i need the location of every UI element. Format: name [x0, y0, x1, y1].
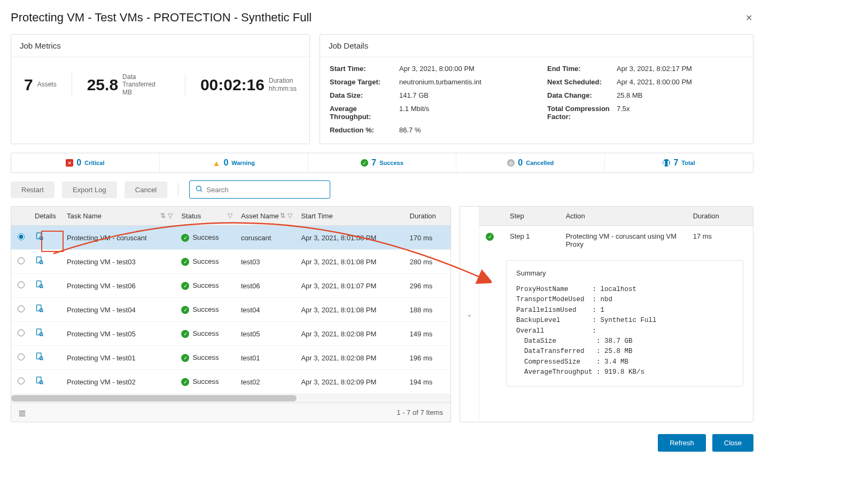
- table-row[interactable]: Protecting VM - test05✓Successtest05Apr …: [11, 322, 450, 346]
- filter-total[interactable]: ❚❚ 7 Total: [605, 153, 753, 172]
- success-icon: ✓: [361, 159, 368, 167]
- separator: [178, 183, 178, 196]
- table-row[interactable]: Protecting VM - test03✓Successtest03Apr …: [11, 250, 450, 274]
- col-task-label: Task Name: [67, 212, 102, 220]
- start-time: Apr 3, 2021, 8:02:08 PM: [297, 346, 405, 370]
- filter-icon[interactable]: ▽: [287, 212, 292, 219]
- details-icon[interactable]: [35, 257, 44, 267]
- task-name: Protecting VM - test01: [63, 346, 177, 370]
- expand-toggle[interactable]: ⌄: [460, 207, 479, 422]
- asset-name: test06: [237, 274, 297, 298]
- table-row[interactable]: Protecting VM - test01✓Successtest01Apr …: [11, 346, 450, 370]
- page-title: Protecting VM - Test VMs - PROTECTION - …: [11, 11, 753, 25]
- close-button[interactable]: Close: [712, 434, 753, 452]
- pagination-text: 1 - 7 of 7 Items: [397, 408, 443, 416]
- start-time-value: Apr 3, 2021, 8:00:00 PM: [399, 65, 475, 73]
- columns-icon[interactable]: ▥: [19, 408, 26, 417]
- total-icon: ❚❚: [663, 159, 670, 167]
- details-icon[interactable]: [35, 329, 44, 339]
- restart-button[interactable]: Restart: [11, 182, 55, 198]
- total-count: 7: [673, 158, 678, 168]
- success-icon: ✓: [181, 378, 189, 386]
- row-radio[interactable]: [18, 305, 25, 312]
- data-transferred-label: Data Transferred MB: [122, 73, 170, 96]
- filter-cancelled[interactable]: ⊘ 0 Cancelled: [456, 153, 605, 172]
- data-transferred-value: 25.8: [87, 76, 118, 94]
- col-action[interactable]: Action: [559, 207, 687, 226]
- horizontal-scrollbar[interactable]: [11, 394, 450, 403]
- col-step-duration[interactable]: Duration: [687, 207, 753, 226]
- col-start[interactable]: Start Time: [297, 207, 405, 226]
- task-name: Protecting VM - test05: [63, 322, 177, 346]
- success-icon: ✓: [486, 233, 494, 241]
- row-radio[interactable]: [18, 233, 25, 240]
- tasks-table: Details Task Name⇅▽ Status▽ Asset Name⇅▽…: [11, 207, 450, 394]
- close-icon[interactable]: ✕: [745, 13, 752, 23]
- start-time: Apr 3, 2021, 8:01:08 PM: [297, 250, 405, 274]
- sort-icon[interactable]: ⇅: [280, 212, 285, 219]
- summary-title: Summary: [516, 269, 733, 277]
- job-details-header: Job Details: [320, 35, 753, 57]
- cancelled-count: 0: [518, 158, 523, 168]
- start-time: Apr 3, 2021, 8:01:08 PM: [297, 226, 405, 250]
- status-cell: ✓Success: [177, 274, 237, 298]
- duration: 188 ms: [406, 298, 450, 322]
- details-icon[interactable]: [35, 305, 44, 315]
- row-radio[interactable]: [18, 353, 25, 360]
- row-radio[interactable]: [18, 329, 25, 336]
- row-radio[interactable]: [18, 281, 25, 288]
- details-icon[interactable]: [35, 281, 44, 291]
- success-count: 7: [371, 158, 376, 168]
- tasks-table-panel: Details Task Name⇅▽ Status▽ Asset Name⇅▽…: [11, 206, 451, 422]
- task-name: Protecting VM - test04: [63, 298, 177, 322]
- col-step[interactable]: Step: [503, 207, 559, 226]
- step-row[interactable]: ✓ Step 1 Protecting VM - coruscant using…: [479, 226, 753, 255]
- data-change-label: Data Change:: [547, 91, 617, 99]
- status-cell: ✓Success: [177, 250, 237, 274]
- col-task[interactable]: Task Name⇅▽: [63, 207, 177, 226]
- row-radio[interactable]: [18, 377, 25, 384]
- job-metrics-card: Job Metrics 7 Assets 25.8 Data Transferr…: [11, 34, 310, 144]
- row-radio[interactable]: [18, 257, 25, 264]
- details-icon[interactable]: [35, 353, 44, 363]
- data-size-value: 141.7 GB: [399, 91, 429, 99]
- svg-line-7: [42, 263, 43, 264]
- status-cell: ✓Success: [177, 226, 237, 250]
- asset-name: test03: [237, 250, 297, 274]
- search-input[interactable]: [206, 186, 324, 194]
- avg-throughput-label: Average Throughput:: [330, 105, 399, 121]
- sort-icon[interactable]: ⇅: [160, 212, 166, 219]
- job-metrics-header: Job Metrics: [11, 35, 309, 57]
- cancel-button[interactable]: Cancel: [125, 182, 167, 198]
- details-icon[interactable]: [35, 377, 44, 387]
- col-duration[interactable]: Duration: [406, 207, 450, 226]
- data-transferred-label-top: Data Transferred: [122, 73, 156, 88]
- table-row[interactable]: Protecting VM - coruscant✓Successcorusca…: [11, 226, 450, 250]
- svg-rect-14: [37, 329, 42, 335]
- filter-icon[interactable]: ▽: [168, 212, 173, 219]
- col-asset[interactable]: Asset Name⇅▽: [237, 207, 297, 226]
- col-status[interactable]: Status▽: [177, 207, 237, 226]
- data-size-label: Data Size:: [330, 91, 399, 99]
- details-icon[interactable]: [35, 233, 44, 243]
- filter-icon[interactable]: ▽: [228, 212, 232, 219]
- filter-warning[interactable]: ▲ 0 Warning: [160, 153, 308, 172]
- refresh-button[interactable]: Refresh: [658, 434, 706, 452]
- table-row[interactable]: Protecting VM - test06✓Successtest06Apr …: [11, 274, 450, 298]
- svg-line-22: [42, 383, 43, 384]
- duration: 280 ms: [406, 250, 450, 274]
- table-row[interactable]: Protecting VM - test02✓Successtest02Apr …: [11, 370, 450, 394]
- separator: [72, 74, 72, 96]
- table-row[interactable]: Protecting VM - test04✓Successtest04Apr …: [11, 298, 450, 322]
- next-scheduled-value: Apr 4, 2021, 8:00:00 PM: [617, 78, 692, 86]
- task-name: Protecting VM - coruscant: [63, 226, 177, 250]
- svg-line-10: [42, 287, 43, 288]
- success-icon: ✓: [181, 330, 189, 338]
- col-details[interactable]: Details: [30, 207, 63, 226]
- export-log-button[interactable]: Export Log: [62, 182, 117, 198]
- search-box[interactable]: [189, 180, 330, 199]
- filter-critical[interactable]: ✕ 0 Critical: [11, 153, 160, 172]
- summary-card: Summary ProxyHostName : localhost Transp…: [506, 260, 743, 387]
- filter-success[interactable]: ✓ 7 Success: [308, 153, 457, 172]
- asset-name: coruscant: [237, 226, 297, 250]
